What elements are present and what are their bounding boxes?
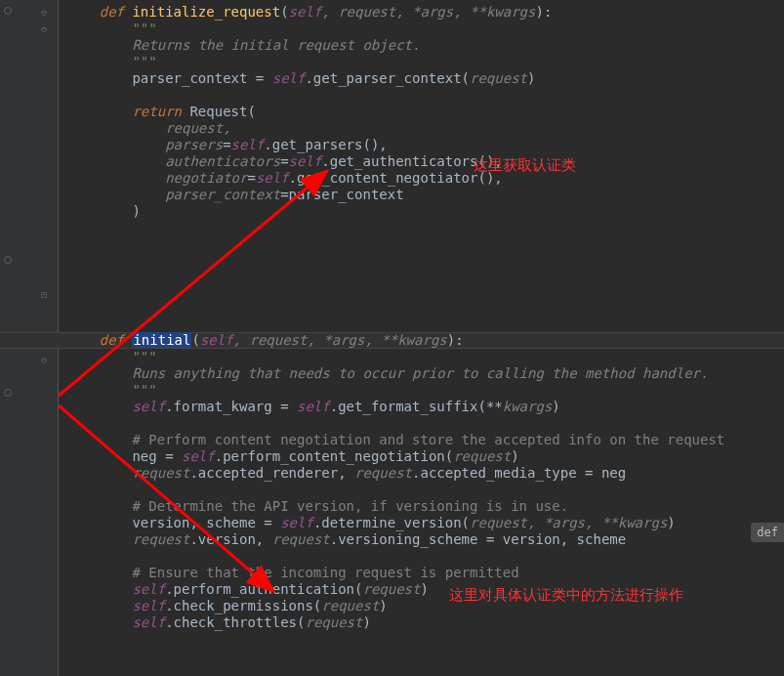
annotation-label-1: 这里获取认证类: [474, 156, 576, 175]
docstring: Returns the initial request object.: [66, 37, 420, 54]
keyword-def: def: [100, 4, 133, 20]
breakpoint-marker[interactable]: [4, 7, 12, 15]
breakpoint-marker[interactable]: [4, 256, 12, 264]
function-name-selected: initial: [132, 332, 191, 348]
annotation-label-2: 这里对具体认证类中的方法进行操作: [449, 586, 683, 605]
docstring: """: [66, 382, 157, 399]
keyword-def: def: [66, 332, 132, 348]
comment: # Determine the API version, if versioni…: [66, 498, 568, 515]
comment: # Ensure that the incoming request is pe…: [66, 565, 519, 581]
docstring: """: [66, 349, 157, 365]
fold-icon[interactable]: ⊖: [41, 23, 51, 33]
breakpoint-marker[interactable]: [4, 389, 12, 397]
fold-icon[interactable]: ⊖: [41, 355, 51, 364]
docstring: """: [66, 21, 157, 37]
docstring: """: [66, 54, 157, 70]
fold-icon[interactable]: ⊟: [41, 289, 51, 299]
function-name: initialize_request: [132, 4, 280, 20]
def-floating-badge: def: [751, 523, 784, 542]
fold-icon[interactable]: ⊖: [41, 7, 51, 17]
code-editor[interactable]: def initialize_request(self, request, *a…: [59, 0, 784, 676]
docstring: Runs anything that needs to occur prior …: [66, 365, 708, 382]
comment: # Perform content negotiation and store …: [66, 432, 724, 448]
